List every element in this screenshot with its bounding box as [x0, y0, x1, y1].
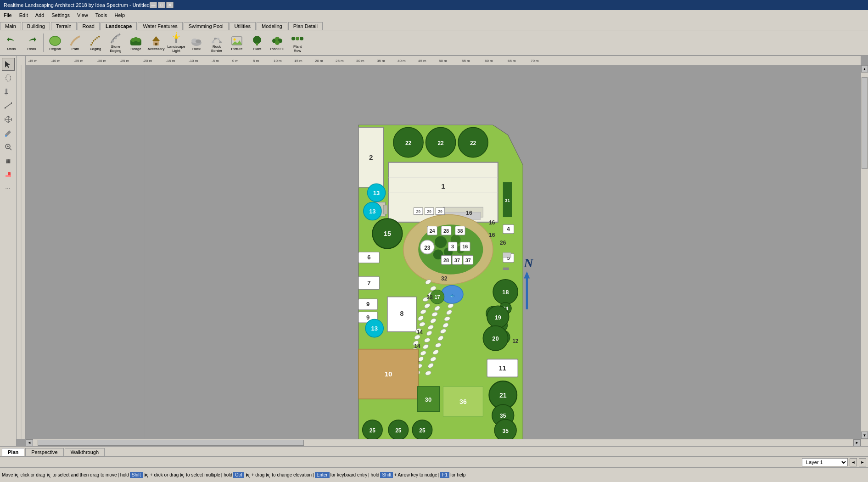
tab-plan-detail[interactable]: Plan Detail	[288, 22, 323, 30]
tab-swimming-pool[interactable]: Swimming Pool	[184, 22, 229, 30]
layer-prev-button[interactable]: ◄	[850, 458, 857, 466]
path-button[interactable]: Path	[66, 31, 85, 54]
menu-add[interactable]: Add	[32, 10, 48, 20]
scroll-left-button[interactable]: ◄	[26, 439, 33, 447]
rock-button[interactable]: Rock	[187, 31, 206, 54]
tab-perspective[interactable]: Perspective	[25, 448, 63, 456]
svg-text:30 m: 30 m	[356, 59, 364, 63]
layer-next-button[interactable]: ►	[859, 458, 866, 466]
svg-text:20: 20	[492, 335, 498, 342]
lasso-tool[interactable]	[2, 72, 15, 84]
svg-point-1	[112, 40, 114, 43]
svg-text:22: 22	[437, 140, 444, 146]
status-select-move-text: to select and then drag to move	[52, 472, 117, 477]
tab-modeling[interactable]: Modeling	[257, 22, 287, 30]
tab-utilities[interactable]: Utilities	[230, 22, 256, 30]
tab-landscape[interactable]: Landscape	[101, 22, 137, 30]
stone-edging-button[interactable]: Stone Edging	[106, 31, 125, 54]
scroll-down-button[interactable]: ▼	[861, 432, 868, 439]
svg-rect-36	[5, 93, 8, 94]
landscape-light-button[interactable]: Landscape Light	[167, 31, 186, 54]
svg-text:-40 m: -40 m	[51, 59, 61, 63]
hedge-icon	[129, 34, 142, 47]
redo-button[interactable]: Redo	[22, 31, 41, 54]
layer-selector[interactable]: Layer 1	[802, 458, 848, 466]
svg-text:40 m: 40 m	[398, 59, 406, 63]
rock-border-button[interactable]: Rock Border	[207, 31, 226, 54]
pan-tool[interactable]	[2, 113, 15, 126]
svg-text:3: 3	[451, 244, 454, 249]
plant-row-icon	[291, 32, 304, 45]
svg-rect-10	[155, 43, 157, 45]
close-button[interactable]: ✕	[166, 2, 174, 8]
hedge-button[interactable]: Hedge	[126, 31, 146, 54]
measure-tool[interactable]	[2, 99, 15, 112]
tab-road[interactable]: Road	[78, 22, 100, 30]
tab-water-features[interactable]: Water Features	[138, 22, 182, 30]
menu-tools[interactable]: Tools	[92, 10, 111, 20]
dropper-tool[interactable]	[2, 127, 15, 140]
svg-text:-45 m: -45 m	[28, 59, 38, 63]
region-label: Region	[49, 47, 61, 51]
more-tools[interactable]: ···	[2, 182, 15, 195]
maximize-button[interactable]: □	[158, 2, 165, 8]
status-arrow-nudge-text: + Arrow key to nudge	[394, 472, 437, 477]
svg-text:65 m: 65 m	[508, 59, 516, 63]
svg-text:-10 m: -10 m	[189, 59, 198, 63]
svg-line-44	[10, 148, 11, 150]
tab-plan[interactable]: Plan	[2, 448, 24, 456]
accessory-button[interactable]: Accessory	[146, 31, 166, 54]
undo-button[interactable]: Undo	[2, 31, 21, 54]
plant-button[interactable]: Plant	[247, 31, 267, 54]
paint-tool[interactable]	[2, 85, 15, 98]
scroll-corner	[861, 439, 868, 446]
plant-fill-button[interactable]: Plant Fill	[268, 31, 287, 54]
menu-bar: File Edit Add Settings View Tools Help	[0, 10, 868, 20]
minimize-button[interactable]: —	[150, 2, 157, 8]
stone-edging-label: Stone Edging	[107, 45, 124, 53]
hscroll-thumb[interactable]	[38, 440, 304, 446]
svg-text:N: N	[523, 256, 534, 270]
picture-button[interactable]: Picture	[227, 31, 246, 54]
edging-button[interactable]: Edging	[86, 31, 105, 54]
tab-building[interactable]: Building	[22, 22, 50, 30]
status-elevation-text: to change elevation	[272, 472, 312, 477]
vscroll-thumb[interactable]	[862, 77, 868, 169]
svg-text:25: 25	[395, 427, 402, 434]
plant-row-button[interactable]: Plant Row	[288, 31, 307, 54]
menu-settings[interactable]: Settings	[48, 10, 73, 20]
svg-text:20 m: 20 m	[315, 59, 323, 63]
scroll-up-button[interactable]: ▲	[861, 65, 868, 73]
zoom-tool[interactable]	[2, 140, 15, 153]
svg-marker-243	[47, 473, 50, 478]
svg-text:25: 25	[370, 427, 376, 434]
svg-text:16: 16	[466, 210, 472, 216]
tab-main[interactable]: Main	[0, 22, 21, 30]
eraser-tool[interactable]	[2, 168, 15, 181]
svg-text:-20 m: -20 m	[143, 59, 152, 63]
tab-terrain[interactable]: Terrain	[51, 22, 77, 30]
undo-icon	[5, 34, 18, 47]
svg-text:🐟: 🐟	[450, 293, 455, 298]
svg-text:22: 22	[470, 140, 476, 146]
menu-view[interactable]: View	[73, 10, 92, 20]
select-tool[interactable]	[2, 58, 15, 71]
status-shift-key2: Shift	[380, 472, 393, 478]
scroll-right-button[interactable]: ►	[853, 439, 861, 447]
svg-point-2	[115, 37, 117, 39]
svg-rect-26	[256, 43, 258, 45]
vertical-scrollbar[interactable]: ▲ ▼	[861, 65, 868, 439]
menu-file[interactable]: File	[0, 10, 16, 20]
menu-help[interactable]: Help	[111, 10, 129, 20]
region-button[interactable]: Region	[45, 31, 65, 54]
svg-line-38	[5, 103, 11, 108]
horizontal-scrollbar[interactable]: ◄ ►	[26, 439, 861, 446]
plant-label: Plant	[253, 47, 261, 51]
tab-walkthrough[interactable]: Walkthrough	[65, 448, 105, 456]
menu-edit[interactable]: Edit	[16, 10, 32, 20]
canvas-content[interactable]: 2 22 22 22 1 31	[26, 65, 861, 439]
svg-point-31	[291, 37, 295, 40]
svg-point-42	[5, 135, 7, 137]
svg-marker-247	[266, 473, 270, 478]
layers-tool[interactable]: ▦	[2, 154, 15, 167]
